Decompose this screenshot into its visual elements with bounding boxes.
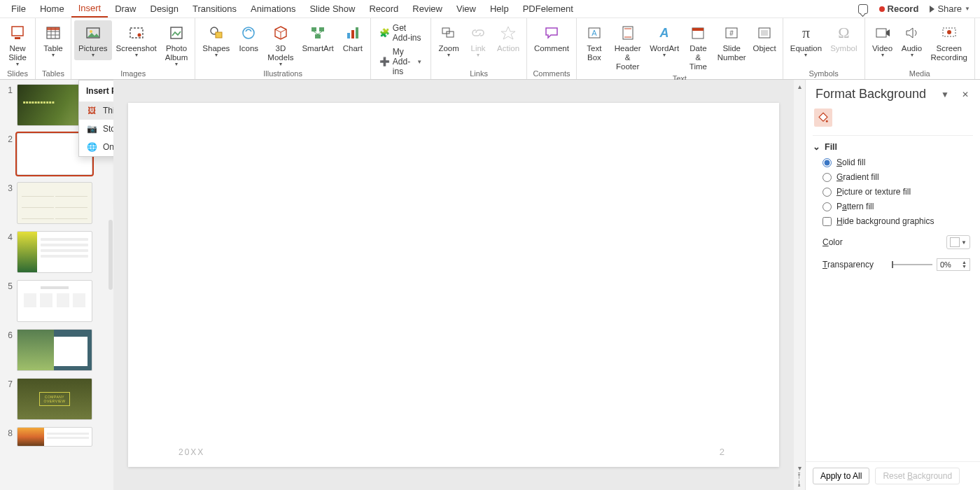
video-button[interactable]: Video▾ [868, 20, 897, 60]
panel-title: Format Background [816, 87, 938, 102]
pictures-dropdown: Insert Picture From 🖼This Device… 📷Stock… [78, 80, 113, 157]
slide-canvas[interactable]: 20XX 2 [128, 103, 779, 467]
tab-design[interactable]: Design [144, 1, 186, 17]
thumbnail-slide-8[interactable] [17, 427, 92, 447]
chevron-down-icon: ▾ [135, 52, 138, 58]
gradient-fill-radio[interactable]: Gradient fill [822, 172, 970, 182]
slide-footer-left: 20XX [178, 447, 204, 457]
panel-options-button[interactable]: ▼ [938, 88, 952, 101]
tab-help[interactable]: Help [483, 1, 516, 17]
slide-footer-right: 2 [720, 447, 724, 457]
tab-review[interactable]: Review [405, 1, 449, 17]
slide-number-button[interactable]: #Slide Number [714, 20, 749, 64]
slide-thumbnails-panel[interactable]: 1■■■■■■■■■■■ 2 3 4 5 6 7COMPANY OVERVIEW… [0, 80, 113, 490]
date-time-button[interactable]: Date & Time [682, 20, 714, 74]
dropdown-online-pictures[interactable]: 🌐Onlin [79, 138, 113, 156]
tab-record[interactable]: Record [362, 1, 405, 17]
chevron-down-icon: ⌄ [813, 141, 820, 152]
tab-animations[interactable]: Animations [244, 1, 302, 17]
thumb-number: 7 [3, 378, 13, 420]
slide-canvas-area[interactable]: 20XX 2 [113, 80, 794, 490]
comment-label: Comment [534, 44, 569, 53]
record-label: Record [888, 4, 919, 14]
tab-file[interactable]: File [4, 1, 33, 17]
pictures-button[interactable]: Pictures ▾ [74, 20, 112, 60]
scroll-up-icon[interactable]: ▴ [798, 83, 802, 90]
get-addins-button[interactable]: 🧩Get Add-ins [377, 22, 425, 44]
transparency-slider[interactable] [892, 264, 932, 265]
group-label-links: Links [470, 69, 488, 79]
pattern-fill-radio[interactable]: Pattern fill [822, 202, 970, 211]
scroll-down-icon[interactable]: ▾ [798, 464, 802, 472]
smartart-label: SmartArt [302, 44, 333, 53]
comments-button[interactable] [853, 2, 874, 16]
equation-button[interactable]: πEquation▾ [786, 20, 826, 60]
chevron-down-icon: ▼ [965, 6, 970, 12]
dropdown-this-device[interactable]: 🖼This Device… [79, 102, 113, 120]
thumbnail-slide-6[interactable] [17, 329, 92, 371]
svg-rect-1 [15, 37, 20, 39]
transparency-input[interactable]: 0%▲▼ [937, 258, 970, 271]
hide-bg-graphics-check[interactable]: Hide background graphics [822, 216, 970, 226]
shapes-button[interactable]: Shapes▾ [198, 20, 234, 60]
object-button[interactable]: Object [749, 20, 779, 55]
spinner-arrows[interactable]: ▲▼ [962, 260, 967, 269]
photo-album-button[interactable]: Photo Album ▾ [161, 20, 192, 69]
screenshot-button[interactable]: Screenshot ▾ [112, 20, 161, 60]
tab-view[interactable]: View [449, 1, 483, 17]
reset-background-button[interactable]: Reset Background [875, 468, 960, 484]
thumbnail-slide-3[interactable] [17, 182, 92, 224]
tab-pdfelement[interactable]: PDFelement [516, 1, 580, 17]
panel-close-button[interactable]: ✕ [959, 88, 972, 101]
thumbnail-slide-5[interactable] [17, 280, 92, 322]
dropdown-stock-images[interactable]: 📷Stock Images… [79, 120, 113, 138]
tab-home[interactable]: Home [33, 1, 71, 17]
my-addins-button[interactable]: ➕My Add-ins▼ [377, 46, 425, 78]
new-slide-button[interactable]: New Slide ▾ [3, 20, 32, 69]
svg-rect-7 [47, 27, 59, 30]
table-button[interactable]: Table ▾ [38, 20, 68, 60]
tab-insert[interactable]: Insert [71, 0, 108, 18]
next-slide-icon[interactable]: ⭳ [796, 479, 803, 487]
tab-transitions[interactable]: Transitions [186, 1, 244, 17]
action-button[interactable]: Action [493, 20, 524, 55]
prev-slide-icon[interactable]: ⭱ [796, 472, 803, 479]
fill-section-toggle[interactable]: ⌄Fill [813, 141, 973, 152]
thumbnail-scrollbar[interactable] [108, 220, 113, 290]
fill-tab-button[interactable] [814, 108, 832, 127]
icons-icon [238, 22, 259, 43]
thumb-number: 4 [3, 231, 13, 273]
tab-slideshow[interactable]: Slide Show [302, 1, 362, 17]
zoom-button[interactable]: Zoom▾ [434, 20, 463, 60]
canvas-scrollbar[interactable]: ▴ ▾ ⭱ ⭳ [794, 80, 805, 490]
chart-button[interactable]: Chart [338, 20, 368, 55]
table-icon [43, 22, 64, 43]
tab-draw[interactable]: Draw [108, 1, 143, 17]
3d-models-button[interactable]: 3D Models▾ [263, 20, 298, 69]
ribbon: New Slide ▾ Slides Table ▾ Tables Pictur… [0, 18, 980, 80]
chevron-down-icon: ▼ [416, 59, 422, 65]
symbol-button[interactable]: ΩSymbol [826, 20, 861, 55]
thumbnail-slide-4[interactable] [17, 231, 92, 273]
header-footer-button[interactable]: Header & Footer [609, 20, 647, 74]
color-picker[interactable]: ▼ [946, 235, 970, 249]
action-icon [498, 22, 519, 43]
share-button[interactable]: Share▼ [924, 1, 976, 16]
icons-button[interactable]: Icons [234, 20, 263, 55]
svg-text:A: A [592, 29, 597, 37]
screen-recording-button[interactable]: Screen Recording [927, 20, 972, 64]
picture-fill-radio[interactable]: Picture or texture fill [822, 187, 970, 197]
textbox-button[interactable]: AText Box [580, 20, 609, 64]
comment-button[interactable]: Comment [530, 20, 573, 55]
link-button[interactable]: Link▾ [463, 20, 493, 60]
record-button[interactable]: Record [874, 1, 925, 16]
audio-button[interactable]: Audio▾ [897, 20, 927, 60]
slide-number-icon: # [721, 22, 742, 43]
dropdown-item-label: Stock Images… [103, 124, 113, 134]
svg-text:#: # [729, 29, 734, 37]
wordart-button[interactable]: AWordArt▾ [646, 20, 682, 60]
solid-fill-radio[interactable]: Solid fill [822, 158, 970, 167]
apply-to-all-button[interactable]: Apply to All [813, 468, 869, 484]
thumbnail-slide-7[interactable]: COMPANY OVERVIEW [17, 378, 92, 420]
smartart-button[interactable]: SmartArt [298, 20, 337, 55]
